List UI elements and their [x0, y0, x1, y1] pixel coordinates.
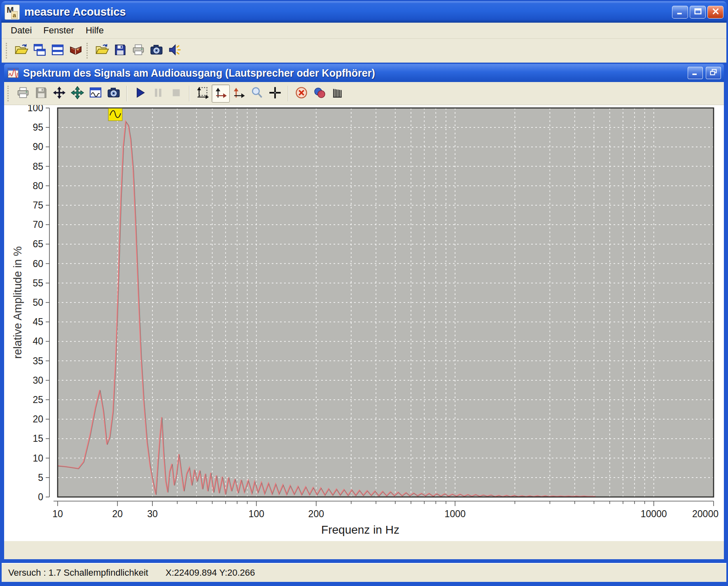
floppy-icon: [113, 43, 127, 59]
application-window: M a measure Acoustics DateiFensterHilfe …: [0, 0, 728, 586]
pause-icon: [151, 86, 165, 101]
save-file-button[interactable]: [111, 42, 129, 60]
axes-scale-icon: [232, 86, 246, 101]
display-options-button[interactable]: [86, 84, 105, 103]
y-tick-label: 10: [33, 453, 43, 464]
spectrum-window-icon: [7, 67, 19, 79]
toolbar-separator: [288, 86, 289, 101]
y-tick-label: 25: [33, 394, 43, 405]
window-title: measure Acoustics: [24, 6, 672, 19]
maximize-button[interactable]: [690, 6, 706, 19]
comb-display-button[interactable]: [329, 84, 347, 103]
print-diagram-button[interactable]: [14, 84, 32, 103]
y-tick-label: 45: [33, 316, 43, 327]
status-cursor-coordinates: X:22409.894 Y:20.266: [166, 567, 255, 578]
y-tick-label: 70: [33, 219, 43, 230]
crosshair-icon: [268, 86, 282, 101]
menu-datei[interactable]: Datei: [5, 23, 37, 38]
y-tick-label: 0: [38, 492, 43, 502]
zoom-selection-button[interactable]: [194, 84, 212, 103]
app-logo-icon: M a: [5, 5, 20, 20]
minimize-icon: [691, 68, 700, 77]
tile-windows-button[interactable]: [49, 42, 67, 60]
spectrum-window-titlebar[interactable]: Spektrum des Signals am Audioausgang (La…: [4, 64, 724, 82]
help-book-button[interactable]: [67, 42, 85, 60]
main-toolbar: [2, 39, 726, 63]
open-experiment-button[interactable]: [12, 42, 30, 60]
pan-arrows-green-icon: [70, 86, 84, 101]
x-tick-label: 1000: [445, 509, 466, 519]
floppy-icon: [34, 86, 48, 101]
window-controls: [672, 6, 723, 19]
x-tick-label: 20000: [692, 509, 719, 519]
survey-crosshair-button[interactable]: [266, 84, 284, 103]
pan-arrows-black-icon: [52, 86, 66, 101]
scope-window-icon: [89, 86, 103, 101]
channels-icon: [313, 86, 327, 101]
zoom-lens-button[interactable]: [248, 84, 266, 103]
comb-icon: [331, 86, 345, 101]
toolbar-grip[interactable]: [86, 43, 90, 59]
sound-output-button[interactable]: [166, 42, 184, 60]
y-tick-label: 85: [33, 161, 43, 172]
toolbar-grip[interactable]: [6, 43, 9, 59]
channel-colors-button[interactable]: [310, 84, 329, 103]
pan-axes-button[interactable]: [212, 84, 230, 103]
save-diagram-button[interactable]: [32, 84, 50, 103]
restore-button[interactable]: [706, 67, 721, 79]
printer-icon: [131, 43, 145, 59]
y-tick-label: 15: [33, 433, 43, 444]
screenshot-button[interactable]: [147, 42, 166, 60]
x-tick-label: 30: [147, 509, 158, 519]
x-tick-label: 20: [112, 509, 123, 519]
printer-icon: [16, 86, 30, 101]
cascade-windows-button[interactable]: [30, 42, 49, 60]
y-tick-label: 65: [33, 239, 43, 249]
y-axis-title: relative Amplitude in %: [12, 246, 24, 359]
y-tick-label: 50: [33, 297, 43, 308]
y-tick-label: 100: [28, 105, 43, 113]
spectrum-plot: 1020301002001000100002000005101520253035…: [4, 105, 724, 540]
scale-axes-button[interactable]: [230, 84, 248, 103]
speaker-icon: [168, 43, 182, 59]
camera-icon: [149, 43, 163, 59]
status-bar: Versuch : 1.7 Schallempfindlichkeit X:22…: [2, 563, 726, 582]
y-tick-label: 35: [33, 356, 43, 366]
menu-fenster[interactable]: Fenster: [37, 23, 80, 38]
axes-pan-icon: [214, 86, 228, 101]
toolbar-grip[interactable]: [7, 86, 11, 101]
plot-area[interactable]: [58, 108, 714, 497]
open-file-button[interactable]: [93, 42, 111, 60]
menu-bar: DateiFensterHilfe: [2, 23, 726, 39]
stop-measurement-button[interactable]: [167, 84, 185, 103]
delete-measurement-button[interactable]: [292, 84, 310, 103]
copy-snapshot-button[interactable]: [105, 84, 123, 103]
minimize-button[interactable]: [672, 6, 688, 19]
y-tick-label: 75: [33, 200, 43, 211]
diagram-toolbar: [4, 82, 724, 105]
close-icon: [711, 7, 720, 17]
window-titlebar[interactable]: M a measure Acoustics: [1, 1, 727, 23]
play-icon: [133, 86, 147, 101]
pause-measurement-button[interactable]: [149, 84, 167, 103]
start-measurement-button[interactable]: [131, 84, 149, 103]
peak-marker[interactable]: [108, 108, 122, 121]
minimize-button[interactable]: [688, 67, 703, 79]
move-diagram-button[interactable]: [50, 84, 68, 103]
restore-icon: [709, 68, 718, 77]
y-tick-label: 55: [33, 278, 43, 288]
y-tick-label: 30: [33, 375, 43, 386]
toolbar-separator: [189, 86, 190, 101]
spectrum-window-controls: [686, 67, 721, 79]
help-book-icon: [69, 43, 83, 59]
y-tick-label: 60: [33, 258, 43, 269]
spectrum-chart: 1020301002001000100002000005101520253035…: [4, 105, 724, 540]
camera-icon: [107, 86, 121, 101]
menu-hilfe[interactable]: Hilfe: [80, 23, 110, 38]
close-button[interactable]: [707, 6, 723, 19]
tile-windows-icon: [51, 43, 65, 59]
shift-curve-button[interactable]: [68, 84, 86, 103]
print-button[interactable]: [129, 42, 147, 60]
x-tick-label: 100: [248, 509, 264, 519]
x-tick-label: 10000: [641, 509, 667, 519]
